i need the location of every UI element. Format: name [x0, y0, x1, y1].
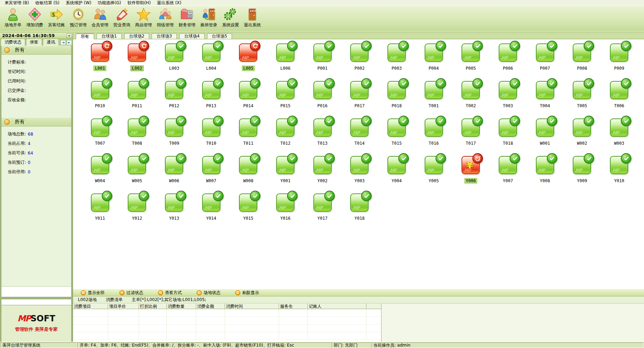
- toolbar-button-add-consume[interactable]: 增加消费: [24, 7, 46, 32]
- venue-cell-P015[interactable]: MPP015: [267, 81, 304, 118]
- venue-cell-W004[interactable]: MPW004: [81, 156, 119, 193]
- venue-cell-Y003[interactable]: MPY003: [341, 156, 378, 193]
- venue-tab-0[interactable]: 所有: [76, 33, 94, 39]
- venue-cell-Y016[interactable]: MPY016: [267, 193, 304, 231]
- menu-item-1[interactable]: 收银结算 (S): [32, 0, 62, 6]
- column-header-6[interactable]: 服务生: [279, 303, 308, 309]
- action-view-mode[interactable]: 查看方式: [158, 290, 182, 296]
- venue-cell-Y009[interactable]: MPY009: [564, 156, 601, 193]
- venue-cell-P012[interactable]: MPP012: [155, 81, 193, 118]
- tab-scroll-left-icon[interactable]: ◄: [60, 40, 66, 45]
- venue-cell-T009[interactable]: MPT009: [155, 118, 193, 156]
- venue-cell-T017[interactable]: MPT017: [452, 118, 490, 156]
- venue-cell-T018[interactable]: MPT018: [489, 118, 526, 156]
- venue-cell-L001[interactable]: MPL001: [81, 43, 119, 81]
- toolbar-button-reserve[interactable]: 预订管理: [67, 7, 89, 32]
- sidebar-tab-2[interactable]: 通讯: [43, 39, 59, 46]
- venue-cell-W008[interactable]: MPW008: [230, 156, 267, 193]
- column-header-5[interactable]: 消费时间: [225, 303, 279, 309]
- toolbar-button-open-bill[interactable]: 场地开单: [2, 7, 24, 32]
- venue-cell-P013[interactable]: MPP013: [193, 81, 230, 118]
- column-header-7[interactable]: 记账人: [308, 303, 366, 309]
- venue-cell-T011[interactable]: MPT011: [230, 118, 267, 156]
- venue-cell-Y018[interactable]: MPY018: [341, 193, 378, 231]
- venue-cell-P007[interactable]: MPP007: [526, 43, 564, 81]
- column-header-3[interactable]: 消费数量: [167, 303, 196, 309]
- menu-item-0[interactable]: 来宾管理 (B): [1, 0, 32, 6]
- venue-cell-P016[interactable]: MPP016: [304, 81, 341, 118]
- venue-cell-P017[interactable]: MPP017: [341, 81, 378, 118]
- venue-tab-1[interactable]: 台球场1: [97, 33, 122, 39]
- venue-cell-Y014[interactable]: MPY014: [193, 193, 230, 231]
- sidebar-tab-1[interactable]: 便签: [26, 39, 42, 46]
- venue-cell-P010[interactable]: MPP010: [81, 81, 119, 118]
- toolbar-button-guest-checkout[interactable]: $宾客结账: [46, 7, 67, 32]
- venue-cell-Y002[interactable]: MPY002: [304, 156, 341, 193]
- venue-tab-4[interactable]: 台球场4: [179, 33, 205, 39]
- venue-cell-T008[interactable]: MPT008: [119, 118, 156, 156]
- venue-cell-Y013[interactable]: MPY013: [155, 193, 193, 231]
- venue-cell-L006[interactable]: MPL006: [267, 43, 304, 81]
- venue-cell-P009[interactable]: MPP009: [600, 43, 638, 81]
- column-header-2[interactable]: 打折比例: [139, 303, 167, 309]
- venue-cell-P008[interactable]: MPP008: [564, 43, 601, 81]
- menu-item-3[interactable]: 功能选择(G): [94, 0, 124, 6]
- venue-cell-Y005[interactable]: MPY005: [415, 156, 452, 193]
- menu-item-5[interactable]: 退出系统 (X): [154, 0, 184, 6]
- venue-cell-Y017[interactable]: MPY017: [304, 193, 341, 231]
- venue-cell-T016[interactable]: MPT016: [415, 118, 452, 156]
- toolbar-button-settings[interactable]: 系统设置: [220, 7, 241, 32]
- venue-cell-Y012[interactable]: MPY012: [119, 193, 156, 231]
- venue-cell-P001[interactable]: MPP001: [304, 43, 341, 81]
- venue-cell-L004[interactable]: MPL004: [193, 43, 230, 81]
- sidebar-tab-0[interactable]: 消费状态: [1, 39, 25, 46]
- venue-cell-W003[interactable]: MPW003: [600, 118, 638, 156]
- venue-cell-Y001[interactable]: MPY001: [267, 156, 304, 193]
- venue-cell-P018[interactable]: MPP018: [378, 81, 415, 118]
- venue-cell-P005[interactable]: MPP005: [452, 43, 490, 81]
- venue-cell-T006[interactable]: MPT006: [600, 81, 638, 118]
- venue-cell-T010[interactable]: MPT010: [193, 118, 230, 156]
- venue-tab-3[interactable]: 台球场3: [152, 33, 177, 39]
- sidebar-collapse-button[interactable]: «: [66, 33, 72, 38]
- venue-cell-Y007[interactable]: MPY007: [489, 156, 526, 193]
- venue-cell-W007[interactable]: MPW007: [193, 156, 230, 193]
- venue-tab-5[interactable]: 台球场5: [207, 33, 232, 39]
- venue-cell-T002[interactable]: MPT002: [452, 81, 490, 118]
- venue-cell-P004[interactable]: MPP004: [415, 43, 452, 81]
- venue-cell-W005[interactable]: MPW005: [119, 156, 156, 193]
- venue-cell-P003[interactable]: MPP003: [378, 43, 415, 81]
- tab-scroll-right-icon[interactable]: ►: [66, 40, 72, 45]
- action-venue-state[interactable]: 场地状态: [197, 290, 220, 296]
- toolbar-button-member[interactable]: 会员管理: [89, 7, 111, 32]
- action-filter-state[interactable]: 过滤状态: [119, 290, 143, 296]
- venue-tab-2[interactable]: 台球场2: [124, 33, 150, 39]
- venue-cell-P011[interactable]: MPP011: [119, 81, 156, 118]
- column-header-1[interactable]: 项目单价: [108, 303, 139, 309]
- venue-cell-Y008[interactable]: MPY008: [526, 156, 564, 193]
- venue-cell-P002[interactable]: MPP002: [341, 43, 378, 81]
- venue-cell-Y006[interactable]: MP¥Y006: [452, 156, 490, 193]
- toolbar-button-shift[interactable]: EXIT换班登录: [198, 7, 220, 32]
- menu-item-4[interactable]: 软件帮助(H): [124, 0, 154, 6]
- toolbar-button-finance[interactable]: 财务管理: [176, 7, 198, 32]
- venue-cell-W001[interactable]: MPW001: [526, 118, 564, 156]
- venue-cell-Y004[interactable]: MPY004: [378, 156, 415, 193]
- venue-cell-W006[interactable]: MPW006: [155, 156, 193, 193]
- column-header-0[interactable]: 消费项目: [73, 303, 108, 309]
- venue-cell-Y010[interactable]: MPY010: [600, 156, 638, 193]
- venue-cell-L003[interactable]: MPL003: [155, 43, 193, 81]
- action-show-all[interactable]: 显示全部: [81, 290, 105, 296]
- venue-cell-T004[interactable]: MPT004: [526, 81, 564, 118]
- toolbar-button-query[interactable]: 营业查询: [111, 7, 133, 32]
- venue-cell-T001[interactable]: MPT001: [415, 81, 452, 118]
- venue-cell-T005[interactable]: MPT005: [564, 81, 601, 118]
- toolbar-button-goods[interactable]: 商品管理: [133, 7, 154, 32]
- venue-cell-P014[interactable]: MPP014: [230, 81, 267, 118]
- toolbar-button-coach[interactable]: 陪练管理: [154, 7, 176, 32]
- venue-cell-T007[interactable]: MPT007: [81, 118, 119, 156]
- venue-cell-L002[interactable]: MPL002: [119, 43, 156, 81]
- venue-cell-T012[interactable]: MPT012: [267, 118, 304, 156]
- venue-cell-W002[interactable]: MPW002: [564, 118, 601, 156]
- toolbar-button-exit[interactable]: EXIT退出系统: [241, 7, 263, 32]
